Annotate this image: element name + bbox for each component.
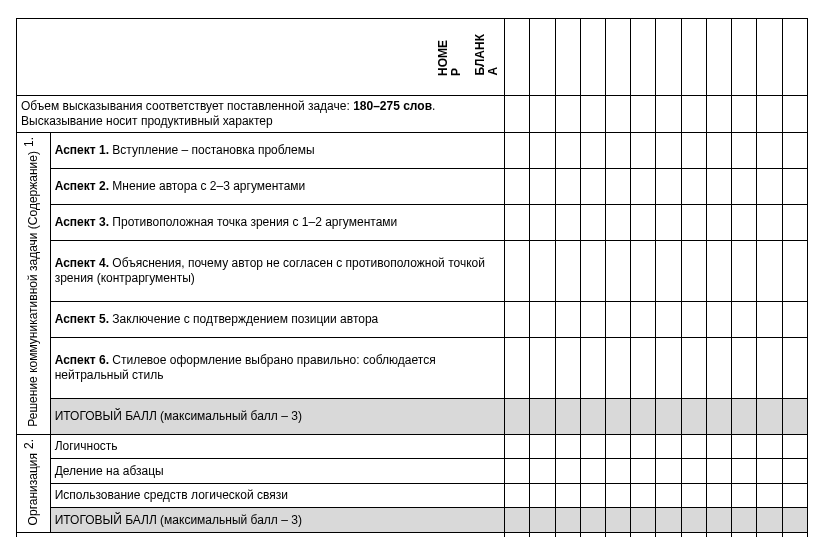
score-cell[interactable] — [757, 169, 782, 205]
score-cell[interactable] — [681, 533, 706, 537]
score-cell[interactable] — [631, 241, 656, 302]
score-cell[interactable] — [757, 483, 782, 508]
score-cell[interactable] — [530, 434, 555, 459]
score-cell[interactable] — [706, 133, 731, 169]
score-cell[interactable] — [530, 169, 555, 205]
score-cell[interactable] — [631, 301, 656, 337]
score-cell[interactable] — [580, 301, 605, 337]
score-cell[interactable] — [555, 508, 580, 533]
score-cell[interactable] — [757, 133, 782, 169]
score-cell[interactable] — [580, 96, 605, 133]
score-cell[interactable] — [555, 337, 580, 398]
score-cell[interactable] — [782, 434, 807, 459]
score-cell[interactable] — [606, 533, 631, 537]
score-cell[interactable] — [505, 459, 530, 484]
score-cell[interactable] — [732, 337, 757, 398]
score-cell[interactable] — [656, 508, 681, 533]
score-cell[interactable] — [757, 459, 782, 484]
score-cell[interactable] — [580, 169, 605, 205]
score-cell[interactable] — [555, 205, 580, 241]
score-cell[interactable] — [681, 133, 706, 169]
score-cell[interactable] — [706, 337, 731, 398]
score-cell[interactable] — [757, 205, 782, 241]
score-cell[interactable] — [656, 337, 681, 398]
score-cell[interactable] — [631, 96, 656, 133]
score-cell[interactable] — [706, 301, 731, 337]
score-cell[interactable] — [530, 483, 555, 508]
score-cell[interactable] — [782, 169, 807, 205]
score-cell[interactable] — [732, 133, 757, 169]
score-cell[interactable] — [757, 96, 782, 133]
score-cell[interactable] — [505, 133, 530, 169]
score-cell[interactable] — [505, 337, 530, 398]
score-cell[interactable] — [555, 483, 580, 508]
score-cell[interactable] — [580, 459, 605, 484]
score-cell[interactable] — [782, 205, 807, 241]
score-cell[interactable] — [732, 459, 757, 484]
score-cell[interactable] — [656, 205, 681, 241]
score-cell[interactable] — [681, 205, 706, 241]
score-cell[interactable] — [631, 459, 656, 484]
score-cell[interactable] — [732, 483, 757, 508]
score-cell[interactable] — [580, 205, 605, 241]
score-cell[interactable] — [505, 508, 530, 533]
score-cell[interactable] — [606, 301, 631, 337]
score-cell[interactable] — [656, 483, 681, 508]
score-cell[interactable] — [782, 459, 807, 484]
score-cell[interactable] — [631, 205, 656, 241]
score-cell[interactable] — [606, 205, 631, 241]
score-cell[interactable] — [580, 133, 605, 169]
score-cell[interactable] — [757, 508, 782, 533]
score-cell[interactable] — [706, 533, 731, 537]
score-cell[interactable] — [656, 241, 681, 302]
score-cell[interactable] — [681, 434, 706, 459]
score-cell[interactable] — [530, 533, 555, 537]
score-cell[interactable] — [782, 96, 807, 133]
score-cell[interactable] — [530, 459, 555, 484]
score-cell[interactable] — [656, 301, 681, 337]
score-cell[interactable] — [757, 533, 782, 537]
score-cell[interactable] — [757, 398, 782, 434]
score-cell[interactable] — [706, 169, 731, 205]
score-cell[interactable] — [555, 533, 580, 537]
score-cell[interactable] — [732, 205, 757, 241]
score-cell[interactable] — [732, 398, 757, 434]
score-cell[interactable] — [606, 337, 631, 398]
score-cell[interactable] — [580, 241, 605, 302]
score-cell[interactable] — [706, 241, 731, 302]
score-cell[interactable] — [580, 483, 605, 508]
score-cell[interactable] — [732, 508, 757, 533]
score-cell[interactable] — [555, 459, 580, 484]
score-cell[interactable] — [732, 241, 757, 302]
score-cell[interactable] — [530, 241, 555, 302]
score-cell[interactable] — [530, 337, 555, 398]
score-cell[interactable] — [681, 301, 706, 337]
score-cell[interactable] — [681, 483, 706, 508]
score-cell[interactable] — [631, 398, 656, 434]
score-cell[interactable] — [782, 133, 807, 169]
score-cell[interactable] — [606, 133, 631, 169]
score-cell[interactable] — [656, 398, 681, 434]
score-cell[interactable] — [530, 301, 555, 337]
score-cell[interactable] — [706, 459, 731, 484]
score-cell[interactable] — [656, 133, 681, 169]
score-cell[interactable] — [606, 241, 631, 302]
score-cell[interactable] — [505, 241, 530, 302]
score-cell[interactable] — [706, 96, 731, 133]
score-cell[interactable] — [631, 133, 656, 169]
score-cell[interactable] — [681, 169, 706, 205]
score-cell[interactable] — [606, 483, 631, 508]
score-cell[interactable] — [681, 96, 706, 133]
score-cell[interactable] — [530, 398, 555, 434]
score-cell[interactable] — [631, 337, 656, 398]
score-cell[interactable] — [505, 483, 530, 508]
score-cell[interactable] — [555, 241, 580, 302]
score-cell[interactable] — [681, 508, 706, 533]
score-cell[interactable] — [580, 398, 605, 434]
score-cell[interactable] — [530, 133, 555, 169]
score-cell[interactable] — [580, 434, 605, 459]
score-cell[interactable] — [505, 301, 530, 337]
score-cell[interactable] — [782, 483, 807, 508]
score-cell[interactable] — [681, 459, 706, 484]
score-cell[interactable] — [782, 533, 807, 537]
